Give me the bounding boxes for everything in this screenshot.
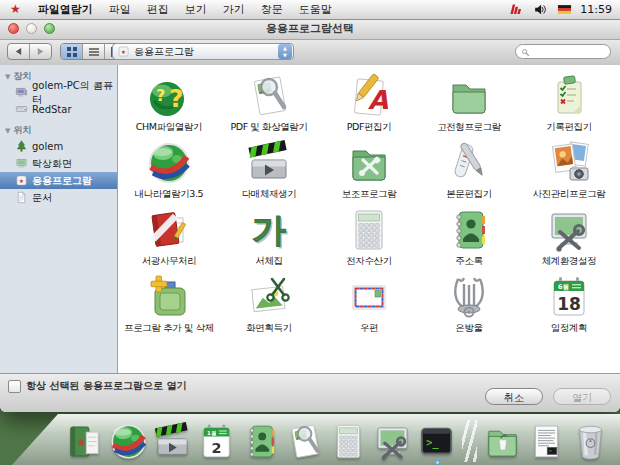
app-item-label: 우편 bbox=[360, 322, 378, 335]
address-book-icon bbox=[445, 206, 493, 254]
sidebar-item[interactable]: 문서 bbox=[0, 189, 117, 206]
calendar-icon: 1월2 bbox=[196, 421, 237, 462]
pdf-editor-icon: A bbox=[345, 72, 393, 120]
dock-calculator[interactable] bbox=[328, 418, 369, 462]
signal-bars-icon[interactable] bbox=[508, 2, 525, 17]
keyboard-flag-icon[interactable] bbox=[556, 2, 573, 17]
app-item-8[interactable]: 보조프로그람 bbox=[319, 136, 419, 203]
icon-view-button[interactable] bbox=[61, 44, 83, 59]
sidebar-item[interactable]: golem bbox=[0, 138, 117, 155]
menu-6[interactable]: 도움말 bbox=[291, 0, 340, 19]
always-open-checkbox-row[interactable]: 항상 선택된 응용프로그람으로 열기 bbox=[8, 379, 186, 393]
menu-4[interactable]: 가기 bbox=[215, 0, 253, 19]
signal-bars-icon bbox=[508, 2, 525, 17]
app-item-19[interactable]: 은방울 bbox=[419, 270, 519, 337]
app-item-1[interactable]: ??CHM파일열람기 bbox=[119, 69, 219, 136]
app-item-label: 화면획득기 bbox=[246, 322, 292, 335]
main-pane: ??CHM파일열람기PDF 및 화상열람기APDF편집기고전형프로그람기록편집기… bbox=[118, 65, 620, 374]
app-item-label: 기록편집기 bbox=[546, 121, 592, 134]
redstar-logo-icon[interactable]: ★ bbox=[10, 0, 21, 19]
app-item-20[interactable]: 6월18일정계획 bbox=[519, 270, 619, 337]
search-icon bbox=[521, 42, 530, 61]
sidebar-item[interactable]: golem-PC의 콤퓨터 bbox=[0, 84, 117, 101]
menu-app[interactable]: 파일열람기 bbox=[30, 0, 101, 19]
app-grid: ??CHM파일열람기PDF 및 화상열람기APDF편집기고전형프로그람기록편집기… bbox=[119, 69, 620, 337]
calculator-icon bbox=[345, 206, 393, 254]
svg-text:2: 2 bbox=[211, 440, 221, 456]
sidebar-item[interactable]: 탁상화면 bbox=[0, 155, 117, 172]
documents-icon bbox=[15, 191, 28, 204]
back-button[interactable] bbox=[8, 44, 30, 59]
forward-arrow-icon bbox=[36, 47, 45, 56]
dock-terminal[interactable]: >_ bbox=[416, 418, 457, 462]
app-item-5[interactable]: 기록편집기 bbox=[519, 69, 619, 136]
app-item-11[interactable]: 서광사무처리 bbox=[119, 203, 219, 270]
menu-2[interactable]: 편집 bbox=[139, 0, 177, 19]
dock-public-folder[interactable] bbox=[482, 418, 523, 462]
speaker-icon bbox=[532, 2, 549, 17]
dock-calendar[interactable]: 1월2 bbox=[196, 418, 237, 462]
classic-programs-folder-icon bbox=[445, 72, 493, 120]
cancel-button[interactable]: 취소 bbox=[485, 388, 543, 405]
dock-system-settings[interactable] bbox=[372, 418, 413, 462]
keyboard-flag-icon bbox=[556, 2, 573, 17]
dock-pdf-viewer[interactable] bbox=[284, 418, 325, 462]
dock-trash[interactable] bbox=[570, 418, 611, 462]
dialog-buttons: 취소 열기 bbox=[485, 388, 611, 405]
sidebar-item[interactable]: ★응용프로그람 bbox=[0, 172, 117, 189]
disclosure-triangle-icon[interactable]: ▼ bbox=[5, 73, 10, 81]
app-item-17[interactable]: 화면획득기 bbox=[219, 270, 319, 337]
location-dropdown[interactable]: ★ 응용프로그람 ▲▼ bbox=[112, 43, 294, 60]
app-item-15[interactable]: 체계환경설정 bbox=[519, 203, 619, 270]
checkbox[interactable] bbox=[8, 380, 21, 393]
search-field[interactable] bbox=[515, 44, 611, 59]
back-arrow-icon bbox=[14, 47, 23, 56]
app-item-16[interactable]: 프로그람 추가 및 삭제 bbox=[119, 270, 219, 337]
dock-media-player[interactable] bbox=[152, 418, 193, 462]
svg-text:6월: 6월 bbox=[558, 283, 569, 291]
dock-naenara-browser[interactable] bbox=[108, 418, 149, 462]
naenara-browser-icon bbox=[145, 139, 193, 187]
disclosure-triangle-icon[interactable]: ▼ bbox=[5, 127, 10, 135]
dock-address-book[interactable] bbox=[240, 418, 281, 462]
app-item-12[interactable]: 가가서체집 bbox=[219, 203, 319, 270]
app-item-3[interactable]: APDF편집기 bbox=[319, 69, 419, 136]
app-item-label: 사진관리프로그람 bbox=[533, 188, 606, 201]
list-view-button[interactable] bbox=[83, 44, 105, 59]
app-item-9[interactable]: 본문편집기 bbox=[419, 136, 519, 203]
app-item-label: 서광사무처리 bbox=[142, 255, 197, 268]
toolbar: ★ 응용프로그람 ▲▼ bbox=[0, 40, 620, 66]
app-item-4[interactable]: 고전형프로그람 bbox=[419, 69, 519, 136]
disk-icon bbox=[15, 103, 28, 116]
app-item-label: 프로그람 추가 및 삭제 bbox=[124, 322, 214, 335]
sidebar-item-label: 문서 bbox=[32, 191, 52, 205]
sidebar-group-label[interactable]: ▼위치 bbox=[0, 122, 117, 138]
app-item-label: 체계환경설정 bbox=[542, 255, 597, 268]
dock-file-manager[interactable]: ★ bbox=[64, 418, 105, 462]
list-view-icon bbox=[89, 47, 99, 57]
open-button[interactable]: 열기 bbox=[553, 388, 611, 405]
menu-3[interactable]: 보기 bbox=[177, 0, 215, 19]
app-item-label: 보조프로그람 bbox=[342, 188, 397, 201]
dock-readme-document[interactable] bbox=[526, 418, 567, 462]
app-item-6[interactable]: 내나라열람기3.5 bbox=[119, 136, 219, 203]
sidebar-item-label: golem bbox=[32, 141, 63, 152]
app-item-13[interactable]: 전자수산기 bbox=[319, 203, 419, 270]
title-bar[interactable]: 응용프로그람선택 bbox=[0, 19, 620, 40]
menu-1[interactable]: 파일 bbox=[101, 0, 139, 19]
window-title: 응용프로그람선택 bbox=[0, 19, 620, 39]
menu-items: 파일열람기파일편집보기가기창문도움말 bbox=[30, 0, 340, 19]
forward-button[interactable] bbox=[30, 44, 51, 59]
grid-view-icon bbox=[67, 47, 77, 57]
speaker-icon[interactable] bbox=[532, 2, 549, 17]
app-item-2[interactable]: PDF 및 화상열람기 bbox=[219, 69, 319, 136]
app-item-18[interactable]: 우편 bbox=[319, 270, 419, 337]
menu-5[interactable]: 창문 bbox=[253, 0, 291, 19]
app-item-10[interactable]: 사진관리프로그람 bbox=[519, 136, 619, 203]
app-item-14[interactable]: 주소록 bbox=[419, 203, 519, 270]
menu-bar: ★ 파일열람기파일편집보기가기창문도움말 11:59 bbox=[0, 0, 620, 20]
menu-bar-clock[interactable]: 11:59 bbox=[580, 3, 612, 16]
search-icon bbox=[521, 48, 530, 57]
app-item-7[interactable]: 다매체재생기 bbox=[219, 136, 319, 203]
svg-text:A: A bbox=[368, 85, 388, 115]
